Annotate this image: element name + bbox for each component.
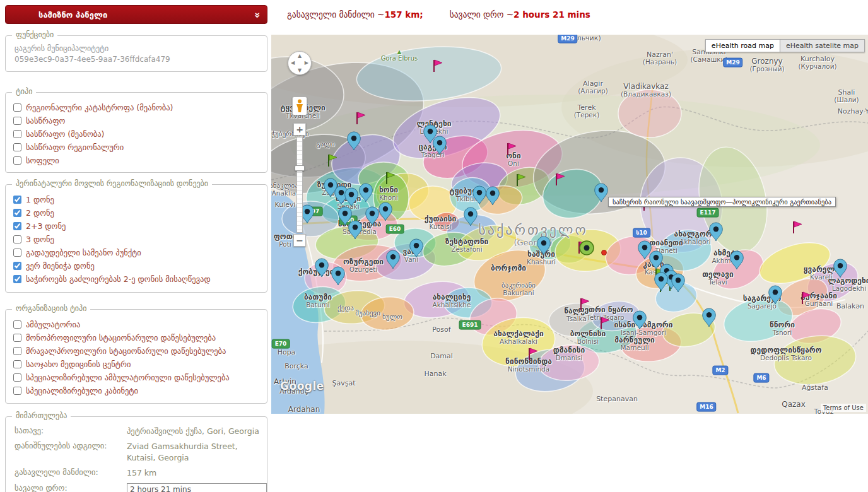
checkbox-item[interactable]: მონოპროფილური სტაციონარული დაწესებულება	[13, 331, 261, 344]
checkbox[interactable]	[13, 320, 21, 329]
road-map-button[interactable]: eHealth road map	[705, 39, 780, 52]
checkbox-item[interactable]: გადაუდებელი სამეანო პუნქტი	[13, 246, 261, 259]
pan-right-icon[interactable]: ▶	[305, 60, 308, 66]
facility-marker-blue-pin[interactable]	[409, 238, 423, 259]
checkbox-item[interactable]: ამბულატორია	[13, 318, 261, 331]
checkbox-item[interactable]: 3 დონე	[13, 233, 261, 246]
checkbox-item[interactable]: სასწრაფო რეგიონალური	[13, 141, 261, 154]
checkbox[interactable]	[13, 130, 21, 138]
google-logo[interactable]: Google	[280, 380, 324, 392]
checkbox[interactable]	[13, 334, 21, 342]
pan-control[interactable]: ▲ ▼ ◀ ▶	[288, 51, 312, 75]
facility-marker-blue-pin[interactable]	[671, 273, 685, 294]
origin-marker[interactable]	[578, 240, 595, 258]
facility-marker-pink-flag[interactable]	[580, 297, 590, 313]
checkbox-item[interactable]: სპეციალიზირებული კაბინეტი	[13, 384, 261, 397]
facility-marker-green-flag[interactable]	[385, 171, 396, 187]
checkbox-item[interactable]: 1 დონე	[13, 193, 261, 206]
checkbox[interactable]	[13, 275, 21, 283]
map-place-label: გალი	[316, 141, 334, 148]
checkbox-item[interactable]: საჭიროებს გაძლიერებას 2-ე დონის მისაღწევ…	[13, 272, 261, 286]
facility-marker-blue-pin[interactable]	[654, 272, 668, 293]
checkbox[interactable]	[13, 117, 21, 125]
facility-marker-blue-pin[interactable]	[537, 236, 551, 257]
target-panel-button[interactable]: სამიზნო პანელი »	[5, 5, 267, 24]
facility-marker-blue-pin[interactable]	[633, 310, 647, 331]
facility-marker-pink-flag[interactable]	[600, 316, 610, 332]
facility-marker-blue-pin[interactable]	[594, 183, 608, 204]
checkbox[interactable]	[13, 347, 21, 355]
zoom-slider-handle[interactable]	[295, 165, 305, 171]
checkbox[interactable]	[13, 143, 21, 151]
facility-marker-blue-pin[interactable]	[365, 206, 379, 227]
waypoint-dot-marker[interactable]	[601, 248, 607, 257]
facility-marker-blue-pin[interactable]	[486, 186, 500, 207]
checkbox[interactable]	[13, 103, 21, 112]
map-place-label: ახალქალაქიAkhalkalaki	[493, 330, 543, 346]
pan-up-icon[interactable]: ▲	[298, 53, 302, 59]
facility-marker-blue-pin[interactable]	[709, 222, 723, 243]
route-time-value: 2 hours 21 mins	[513, 9, 590, 20]
checkbox-item[interactable]: სპეციალიზირებული ამბულატორიული დაწესებულ…	[13, 371, 261, 384]
facility-marker-pink-flag[interactable]	[507, 142, 517, 158]
facility-marker-blue-pin[interactable]	[386, 250, 400, 271]
checkbox-item[interactable]: ვერ მიენიჭა დონე	[13, 259, 261, 272]
pan-left-icon[interactable]: ◀	[291, 60, 295, 66]
pan-down-icon[interactable]: ▼	[298, 67, 302, 73]
facility-marker-blue-pin[interactable]	[344, 187, 358, 208]
map-container[interactable]: (Нальчик)Nazran'(Назрань)Samashki(Самашк…	[271, 35, 868, 414]
facility-marker-blue-pin[interactable]	[331, 266, 345, 287]
facility-marker-blue-pin[interactable]	[768, 285, 782, 306]
pegman-icon[interactable]	[292, 97, 307, 115]
checkbox-item[interactable]: საოჯახო მედიცინის ცენტრი	[13, 358, 261, 371]
checkbox[interactable]	[13, 196, 21, 204]
checkbox[interactable]	[13, 373, 21, 382]
checkbox[interactable]	[13, 209, 21, 217]
checkbox[interactable]	[13, 249, 21, 257]
facility-marker-blue-pin[interactable]	[730, 250, 744, 271]
terms-of-use-link[interactable]: Terms of Use	[821, 404, 866, 412]
facility-marker-blue-pin[interactable]	[378, 202, 392, 223]
facility-marker-pink-flag[interactable]	[528, 347, 538, 363]
facility-marker-pink-flag[interactable]	[356, 111, 366, 127]
facility-marker-blue-pin[interactable]	[464, 207, 478, 228]
zoom-out-button[interactable]: −	[293, 234, 306, 247]
checkbox-label: რეგიონალური კატასტროფა (მეანობა)	[26, 103, 173, 112]
checkbox[interactable]	[13, 235, 21, 243]
zoom-slider[interactable]	[296, 137, 303, 233]
checkbox[interactable]	[13, 387, 21, 395]
facility-marker-pink-flag[interactable]	[433, 59, 443, 74]
facility-marker-green-flag[interactable]	[327, 153, 337, 169]
checkbox-item[interactable]: მრავალპროფილური სტაციონარული დაწესებულებ…	[13, 344, 261, 358]
zoom-in-button[interactable]: +	[293, 123, 306, 136]
chevron-double-down-icon: »	[252, 12, 263, 16]
facility-marker-blue-pin[interactable]	[315, 258, 329, 279]
map-place-label: Ağstafa	[802, 384, 828, 392]
checkbox[interactable]	[13, 360, 21, 368]
checkbox-item[interactable]: 2+3 დონე	[13, 220, 261, 233]
satellite-map-button[interactable]: eHealth satelite map	[780, 39, 865, 52]
road-shield: M29	[723, 58, 742, 67]
facility-marker-pink-flag[interactable]	[801, 291, 811, 307]
checkbox-item[interactable]: 2 დონე	[13, 206, 261, 220]
checkbox-item[interactable]: რეგიონალური კატასტროფა (მეანობა)	[13, 101, 261, 114]
map-place-label: ბაკურიანიBakuriani	[501, 282, 536, 297]
checkbox-item[interactable]: სასწრაფო (მეანობა)	[13, 127, 261, 141]
facility-marker-pink-flag[interactable]	[792, 220, 802, 236]
checkbox-item[interactable]: სასწრაფო	[13, 114, 261, 127]
facility-marker-green-flag[interactable]	[516, 173, 526, 189]
checkbox-item[interactable]: სოფელი	[13, 154, 261, 167]
facility-marker-blue-pin[interactable]	[359, 183, 373, 204]
checkbox[interactable]	[13, 222, 21, 230]
facility-marker-blue-pin[interactable]	[347, 131, 361, 152]
facility-marker-blue-pin[interactable]	[348, 220, 362, 241]
travel-time-input[interactable]	[127, 483, 267, 492]
facility-marker-blue-pin[interactable]	[433, 136, 447, 156]
checkbox[interactable]	[13, 156, 21, 165]
facility-marker-pink-flag[interactable]	[555, 172, 565, 188]
facility-marker-blue-pin[interactable]	[472, 185, 486, 206]
checkbox[interactable]	[13, 262, 21, 270]
facility-marker-blue-pin[interactable]	[702, 308, 716, 329]
map-place-label: Vladikavkaz(Владикавказ)	[621, 83, 671, 98]
facility-marker-blue-pin[interactable]	[833, 259, 847, 279]
